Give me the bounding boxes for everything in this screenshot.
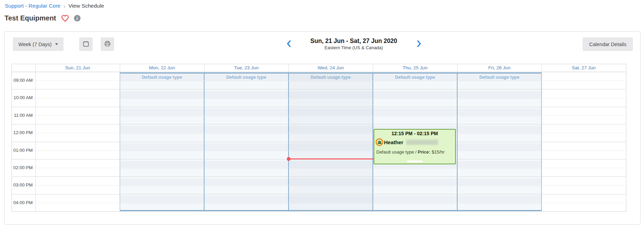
half-hour-line <box>12 203 626 203</box>
usage-type-label: Default usage type <box>120 75 204 80</box>
time-label: 12:00 PM <box>12 124 33 141</box>
day-header-tue: Tue, 23 Jun <box>204 64 288 72</box>
date-picker-button[interactable] <box>79 37 93 51</box>
print-icon <box>104 41 111 48</box>
half-hour-line <box>12 133 626 133</box>
week-calendar-grid: Sun, 21 Jun Mon, 22 Jun Tue, 23 Jun Wed,… <box>11 64 626 212</box>
hour-line <box>12 142 626 142</box>
calendar-icon <box>83 41 89 48</box>
event-resize-handle[interactable] <box>407 160 423 162</box>
event-price-label: Price: <box>418 149 430 155</box>
schedule-panel: Week (7 Days) Sun, <box>4 31 641 225</box>
half-hour-line <box>12 185 626 185</box>
page-title: Test Equipment <box>5 14 56 22</box>
column-divider <box>35 64 36 211</box>
event-details: Default usage type / Price:$15/hr <box>376 149 444 155</box>
hour-line <box>12 107 626 107</box>
redacted-surname <box>406 140 438 145</box>
half-hour-line <box>12 80 626 81</box>
timezone-label: Eastern Time (US & Canada) <box>310 45 397 50</box>
time-label: 02:00 PM <box>12 159 33 176</box>
column-divider <box>542 64 542 211</box>
time-label: 11:00 AM <box>12 107 33 124</box>
half-hour-line <box>12 115 626 116</box>
breadcrumb-current: View Schedule <box>68 3 104 9</box>
time-label: 04:00 PM <box>12 194 33 211</box>
usage-type-label: Default usage type <box>289 75 373 80</box>
date-range-title: Sun, 21 Jun - Sat, 27 Jun 2020 <box>310 37 397 45</box>
hour-line <box>12 176 626 177</box>
calendar-details-button[interactable]: Calendar Details <box>583 37 633 51</box>
time-label: 01:00 PM <box>12 142 33 159</box>
next-week-chevron-icon[interactable] <box>415 39 423 49</box>
usage-type-label: Default usage type <box>373 75 457 80</box>
date-range-block: Sun, 21 Jun - Sat, 27 Jun 2020 Eastern T… <box>310 37 397 50</box>
day-header-thu: Thu, 25 Jun <box>373 64 457 72</box>
usage-type-label: Default usage type <box>458 75 541 80</box>
event-usage-type: Default usage type / <box>376 149 418 155</box>
favorite-heart-icon[interactable] <box>61 15 69 22</box>
usage-type-label: Default usage type <box>204 75 288 80</box>
day-header-mon: Mon, 22 Jun <box>120 64 204 72</box>
event-owner-row: Heather <box>376 138 438 146</box>
time-label: 03:00 PM <box>12 176 33 194</box>
breadcrumb-separator-icon: › <box>64 3 65 9</box>
attendees-group-icon <box>376 138 383 146</box>
day-header-wed: Wed, 24 Jun <box>288 64 373 72</box>
event-owner-name: Heather <box>384 139 403 145</box>
prev-week-chevron-icon[interactable] <box>284 39 293 49</box>
time-label: 10:00 AM <box>12 89 33 106</box>
reservation-event[interactable]: 12:15 PM - 02:15 PM Heather Default <box>374 129 456 164</box>
day-header-sun: Sun, 21 Jun <box>35 64 120 72</box>
title-row: Test Equipment i <box>5 14 81 22</box>
hour-line <box>12 89 626 89</box>
day-header-sat: Sat, 27 Jun <box>542 64 626 72</box>
info-icon[interactable]: i <box>74 15 81 21</box>
day-header-fri: Fri, 26 Jun <box>457 64 542 72</box>
header-divider <box>12 72 626 72</box>
dropdown-caret-icon <box>55 43 58 45</box>
half-hour-line <box>12 168 626 168</box>
hour-line <box>12 194 626 194</box>
event-price-value: $15/hr <box>432 149 444 155</box>
half-hour-line <box>12 98 626 98</box>
time-label: 09:00 AM <box>12 72 33 89</box>
breadcrumb-link-core[interactable]: Support - Regular Core <box>5 3 60 9</box>
view-selector-label: Week (7 Days) <box>18 42 52 47</box>
current-time-line <box>288 158 374 159</box>
event-time-range: 12:15 PM - 02:15 PM <box>374 131 455 136</box>
view-selector-dropdown[interactable]: Week (7 Days) <box>13 37 64 51</box>
print-button[interactable] <box>101 37 114 51</box>
breadcrumb: Support - Regular Core › View Schedule <box>5 3 104 9</box>
date-navigation: Sun, 21 Jun - Sat, 27 Jun 2020 Eastern T… <box>284 35 423 53</box>
current-time-dot <box>287 157 291 161</box>
hour-line <box>12 124 626 124</box>
half-hour-line <box>12 150 626 151</box>
